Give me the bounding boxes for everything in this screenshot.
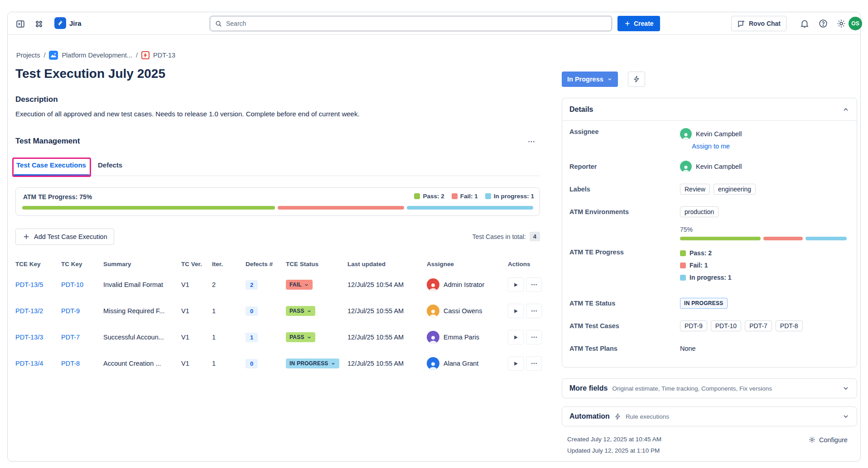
create-button[interactable]: Create	[617, 16, 660, 31]
col-tce-status: TCE Status	[286, 261, 347, 267]
test-case-chip[interactable]: PDT-10	[711, 320, 741, 331]
atm-test-plans-field: ATM Test Plans None	[569, 337, 849, 360]
tab-test-case-executions[interactable]: Test Case Executions	[16, 161, 86, 169]
iter-cell: 1	[212, 307, 246, 315]
notifications-bell-icon[interactable]	[800, 19, 810, 29]
run-play-button[interactable]	[508, 277, 524, 292]
actions-cell	[508, 330, 542, 344]
atm-test-cases-label: ATM Test Cases	[569, 322, 680, 330]
sidebar-progress-bar	[680, 237, 847, 240]
tab-defects[interactable]: Defects	[98, 161, 122, 169]
tce-status-dropdown[interactable]: PASS	[286, 332, 315, 342]
tce-status-dropdown[interactable]: FAIL	[286, 280, 313, 290]
legend-fail: Fail: 1	[680, 262, 732, 269]
breadcrumb-project[interactable]: Platform Development...	[62, 52, 132, 59]
sidebar-toggle-icon[interactable]	[14, 18, 27, 30]
assign-to-me-link[interactable]: Assign to me	[692, 143, 730, 150]
breadcrumb-projects[interactable]: Projects	[16, 52, 40, 59]
description-text: Execution of all approved and new test c…	[15, 110, 514, 118]
breadcrumb-issue-key[interactable]: PDT-13	[153, 52, 175, 59]
updated-timestamp: Updated July 12, 2025 at 1:10 PM	[567, 447, 660, 454]
more-fields-panel[interactable]: More fields Original estimate, Time trac…	[562, 378, 857, 398]
last-updated-cell: 12/Jul/25 10:55 AM	[347, 307, 427, 315]
col-last-updated: Last updated	[347, 261, 427, 267]
chevron-up-icon[interactable]	[842, 106, 849, 113]
search-input[interactable]	[226, 20, 607, 27]
col-tc-key: TC Key	[61, 261, 103, 267]
breadcrumb: Projects / Platform Development... / PDT…	[16, 51, 175, 60]
atm-te-status-field: ATM TE Status IN PROGRESS	[569, 292, 849, 315]
defects-count-badge[interactable]: 0	[246, 306, 258, 316]
reporter-name: Kevin Campbell	[696, 163, 742, 170]
assignee-avatar	[427, 278, 439, 291]
environment-chip[interactable]: production	[680, 206, 719, 217]
rovo-chat-icon	[737, 19, 746, 28]
automation-subtitle: Rule executions	[626, 413, 838, 420]
tc-key-link[interactable]: PDT-8	[61, 360, 80, 367]
tce-key-link[interactable]: PDT-13/5	[15, 281, 43, 288]
assignee-value[interactable]: Kevin Campbell	[680, 128, 742, 140]
global-search[interactable]	[210, 16, 612, 31]
table-row: PDT-13/3 PDT-7 Successful Accoun... V1 1…	[15, 324, 542, 350]
reporter-field-label: Reporter	[569, 163, 680, 170]
rovo-chat-button[interactable]: Rovo Chat	[731, 16, 786, 31]
tc-key-link[interactable]: PDT-9	[61, 307, 80, 315]
progress-segment-pass	[22, 206, 275, 210]
tc-key-link[interactable]: PDT-7	[61, 334, 80, 341]
automation-lightning-button[interactable]	[628, 72, 645, 87]
assignee-cell: Alana Grant	[427, 357, 508, 370]
fail-color-swatch	[680, 263, 686, 268]
jira-logo[interactable]: Jira	[54, 17, 82, 29]
assignee-name: Alana Grant	[444, 360, 478, 367]
table-row: PDT-13/5 PDT-10 Invalid Email Format V1 …	[15, 272, 542, 298]
legend-fail: Fail: 1	[452, 193, 478, 200]
defects-count-badge[interactable]: 1	[246, 333, 258, 342]
run-play-button[interactable]	[508, 304, 524, 318]
play-icon	[513, 282, 519, 288]
configure-button[interactable]: Configure	[808, 436, 848, 444]
settings-gear-icon[interactable]	[836, 19, 846, 29]
test-case-chip[interactable]: PDT-9	[680, 320, 707, 331]
defects-count-badge[interactable]: 0	[246, 359, 258, 368]
user-avatar-initials: OS	[851, 20, 859, 27]
tce-key-link[interactable]: PDT-13/2	[15, 307, 43, 315]
details-panel-header[interactable]: Details	[562, 98, 857, 121]
configure-label: Configure	[819, 436, 848, 444]
tc-key-link[interactable]: PDT-10	[61, 281, 83, 288]
help-icon[interactable]	[818, 19, 828, 29]
tce-key-link[interactable]: PDT-13/4	[15, 360, 43, 367]
tce-status-dropdown[interactable]: PASS	[286, 306, 315, 316]
label-chip[interactable]: Review	[680, 184, 710, 195]
row-more-button[interactable]	[526, 277, 542, 292]
add-button-label: Add Test Case Execution	[34, 233, 107, 240]
run-play-button[interactable]	[508, 330, 524, 344]
test-case-chip[interactable]: PDT-8	[776, 320, 803, 331]
assignee-name: Admin Istrator	[444, 281, 484, 288]
progress-legend: Pass: 2 Fail: 1 In progress: 1	[680, 248, 732, 281]
chevron-down-icon	[307, 309, 312, 314]
test-case-chip[interactable]: PDT-7	[745, 320, 772, 331]
defects-count-badge[interactable]: 2	[246, 280, 258, 290]
row-more-button[interactable]	[526, 304, 542, 318]
legend-pass: Pass: 2	[680, 249, 732, 257]
col-tce-key: TCE Key	[15, 261, 61, 267]
total-count-badge: 4	[530, 232, 540, 241]
user-avatar[interactable]: OS	[849, 17, 862, 30]
row-more-button[interactable]	[526, 330, 542, 344]
label-chip[interactable]: engineering	[714, 184, 756, 195]
tce-key-link[interactable]: PDT-13/3	[15, 334, 43, 341]
atm-te-progress-card: ATM TE Progress: 75% Pass: 2 Fail: 1 In …	[15, 187, 540, 216]
reporter-value[interactable]: Kevin Campbell	[680, 161, 742, 172]
run-play-button[interactable]	[508, 356, 524, 371]
issue-status-dropdown[interactable]: In Progress	[562, 72, 618, 87]
summary-cell: Missing Required F...	[103, 307, 181, 315]
chevron-down-icon	[331, 361, 336, 366]
test-management-more-icon[interactable]	[525, 136, 538, 148]
assignee-avatar	[427, 305, 439, 317]
pass-color-swatch	[414, 193, 420, 199]
automation-panel[interactable]: Automation Rule executions	[562, 406, 857, 426]
row-more-button[interactable]	[526, 356, 542, 371]
app-switcher-icon[interactable]	[33, 18, 45, 30]
tce-status-dropdown[interactable]: IN PROGRESS	[286, 358, 339, 368]
add-test-case-execution-button[interactable]: Add Test Case Execution	[15, 229, 114, 245]
